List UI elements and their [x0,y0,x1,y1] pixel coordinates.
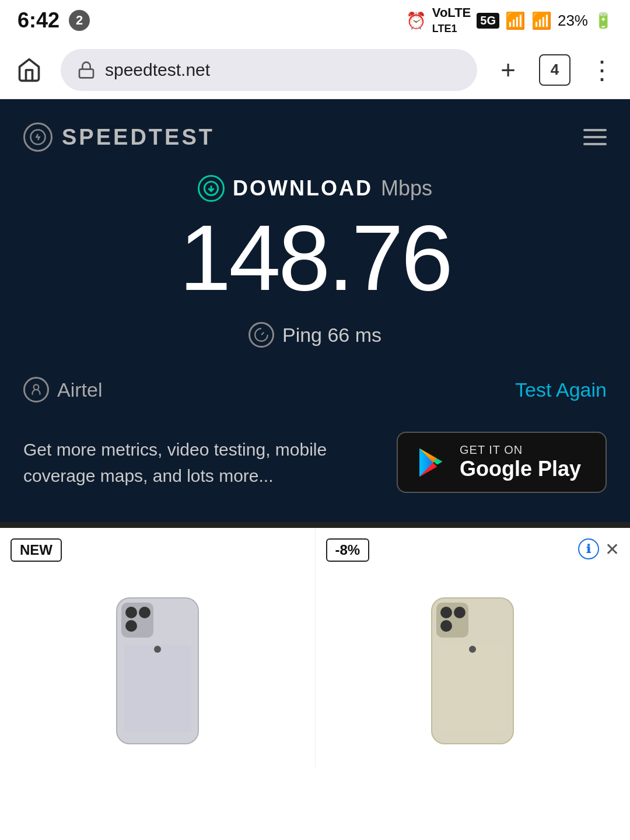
alarm-icon: ⏰ [406,11,426,30]
play-text-block: GET IT ON Google Play [460,443,581,481]
ad-badge-discount: -8% [326,538,370,562]
ad-badge-new: NEW [10,538,62,562]
svg-rect-5 [121,603,153,638]
provider-name: Airtel [23,377,102,402]
play-label-small: GET IT ON [460,443,581,457]
menu-button[interactable]: ⋮ [584,53,618,87]
provider-icon [23,377,49,402]
section-separator [0,522,630,528]
hamburger-line-3 [583,143,607,145]
download-unit: Mbps [381,176,432,201]
signal-bars-2-icon: 📶 [531,11,552,30]
svg-point-6 [125,607,137,618]
speedtest-logo-icon [23,123,52,152]
svg-point-8 [125,620,137,632]
svg-point-17 [469,646,476,653]
svg-rect-0 [79,69,93,78]
svg-rect-16 [439,645,506,732]
ad-section: NEW -8% ℹ ✕ [0,528,630,767]
signal-bars-icon: 📶 [505,11,526,30]
svg-point-7 [139,607,150,618]
speedtest-logo: SPEEDTEST [23,123,215,152]
google-play-button[interactable]: GET IT ON Google Play [397,432,607,493]
info-icon[interactable]: ℹ [578,538,599,559]
address-bar[interactable]: speedtest.net [61,49,477,91]
svg-point-15 [440,620,452,632]
battery-text: 23% [558,12,588,30]
svg-point-3 [34,384,39,390]
status-right: ⏰ VoLTELTE1 5G 📶 📶 23% 🔋 [406,5,612,36]
new-tab-button[interactable]: + [491,53,525,87]
svg-point-14 [454,607,466,618]
svg-point-10 [154,646,161,653]
ping-row: Ping 66 ms [23,322,607,348]
status-left: 6:42 2 [18,8,90,33]
5g-icon: 5G [477,13,499,29]
status-time: 6:42 [18,8,60,33]
svg-point-13 [440,607,452,618]
address-text: speedtest.net [105,60,210,80]
test-again-button[interactable]: Test Again [515,379,607,401]
tab-count-button[interactable]: 4 [539,54,570,86]
play-store-icon [414,445,449,480]
speed-value: 148.76 [23,211,607,304]
battery-icon: 🔋 [594,12,612,30]
speedtest-logo-text: SPEEDTEST [62,125,215,150]
download-text: DOWNLOAD [233,176,373,201]
ad-card-2: -8% ℹ ✕ [316,528,631,767]
home-button[interactable] [12,52,47,88]
phone-image-2 [327,580,619,755]
ad-card-1: NEW [0,528,316,767]
browser-bar: speedtest.net + 4 ⋮ [0,41,630,99]
provider-text: Airtel [57,379,102,401]
hamburger-menu[interactable] [583,129,607,145]
download-icon [198,175,225,202]
hamburger-line-1 [583,129,607,131]
close-ad-button[interactable]: ✕ [605,539,620,559]
promo-row: Get more metrics, video testing, mobile … [23,432,607,493]
address-security-icon [77,61,96,79]
carrier-label: VoLTELTE1 [432,5,471,36]
phone-image-1 [12,580,303,755]
download-label-row: DOWNLOAD Mbps [23,175,607,202]
hamburger-line-2 [583,136,607,138]
status-bar: 6:42 2 ⏰ VoLTELTE1 5G 📶 📶 23% 🔋 [0,0,630,41]
ad-info-row: ℹ ✕ [578,538,620,559]
speedtest-header: SPEEDTEST [23,123,607,152]
ping-text: Ping 66 ms [282,324,382,346]
ping-icon [249,322,274,348]
svg-rect-9 [124,645,191,732]
svg-rect-12 [436,603,468,638]
promo-text: Get more metrics, video testing, mobile … [23,436,379,489]
provider-row: Airtel Test Again [23,377,607,402]
notification-badge: 2 [69,10,90,31]
speedtest-section: SPEEDTEST DOWNLOAD Mbps 148.76 Ping 66 m… [0,99,630,522]
play-label-big: Google Play [460,457,581,481]
